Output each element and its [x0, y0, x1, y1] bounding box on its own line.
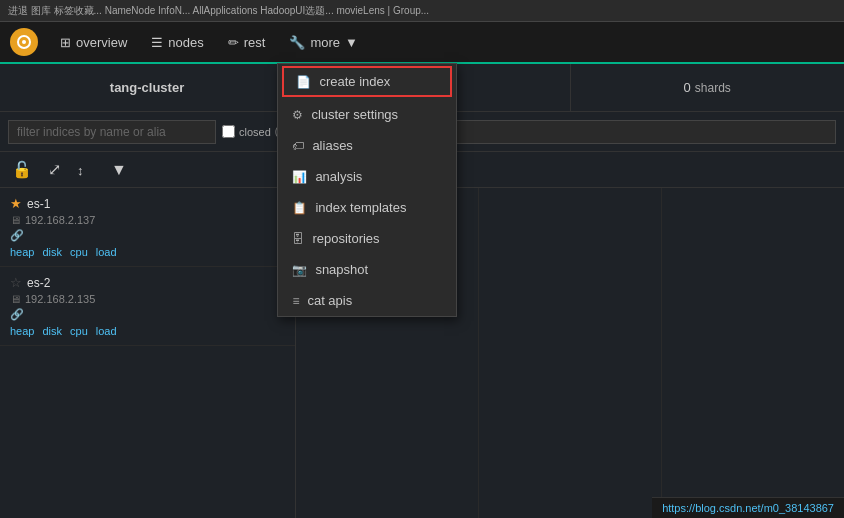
cluster-name: tang-cluster [0, 64, 295, 111]
lock-button[interactable]: 🔓 [8, 156, 36, 183]
dropdown-analysis-label: analysis [315, 169, 362, 184]
cluster-settings-icon: ⚙ [292, 108, 303, 122]
dropdown-cluster-settings-label: cluster settings [311, 107, 398, 122]
load-tag[interactable]: load [96, 246, 117, 258]
aliases-icon: 🏷 [292, 139, 304, 153]
node-list: ★ es-1 🖥 192.168.2.137 🔗 heap disk cpu l… [0, 188, 295, 518]
cat-apis-icon: ≡ [292, 294, 299, 308]
nav-more-label: more [310, 35, 340, 50]
status-bar: https://blog.csdn.net/m0_38143867 [652, 497, 844, 518]
wrench-icon: 🔧 [289, 35, 305, 50]
node-1-tags: heap disk cpu load [10, 246, 285, 258]
index-templates-icon: 📋 [292, 201, 307, 215]
nav-more[interactable]: 🔧 more ▼ 📄 create index ⚙ cluster settin… [277, 21, 370, 63]
shards-label: shards [695, 81, 731, 95]
status-url: https://blog.csdn.net/m0_38143867 [662, 502, 834, 514]
cpu-tag[interactable]: cpu [70, 246, 88, 258]
dropdown-snapshot[interactable]: 📷 snapshot [278, 254, 456, 285]
right-col-2 [479, 188, 662, 518]
star-filled-icon[interactable]: ★ [10, 196, 22, 211]
browser-bar: 进退 图库 标签收藏... NameNode InfoN... AllAppli… [0, 0, 844, 22]
dropdown-create-index[interactable]: 📄 create index [282, 66, 452, 97]
list-item: ★ es-1 🖥 192.168.2.137 🔗 heap disk cpu l… [0, 188, 295, 267]
nav-nodes-label: nodes [168, 35, 203, 50]
app-logo [10, 28, 38, 56]
dropdown-index-templates-label: index templates [315, 200, 406, 215]
node-2-ip: 192.168.2.135 [25, 293, 95, 305]
shards-count: 0 [684, 80, 691, 95]
nodes-icon: ☰ [151, 35, 163, 50]
dropdown-cluster-settings[interactable]: ⚙ cluster settings [278, 99, 456, 130]
node-2-name: es-2 [27, 276, 50, 290]
closed-checkbox[interactable] [222, 125, 235, 138]
dropdown-create-index-label: create index [319, 74, 390, 89]
hdd-icon: 🖥 [10, 214, 21, 226]
more-dropdown-menu: 📄 create index ⚙ cluster settings 🏷 alia… [277, 63, 457, 317]
right-col-3 [662, 188, 844, 518]
svg-point-1 [22, 40, 26, 44]
nav-overview[interactable]: ⊞ overview [48, 21, 139, 63]
overview-icon: ⊞ [60, 35, 71, 50]
node-2-tags: heap disk cpu load [10, 325, 285, 337]
disk-tag-2[interactable]: disk [42, 325, 62, 337]
dropdown-index-templates[interactable]: 📋 index templates [278, 192, 456, 223]
browser-tab-text: 进退 图库 标签收藏... NameNode InfoN... AllAppli… [8, 4, 429, 18]
hdd-icon-2: 🖥 [10, 293, 21, 305]
left-panel: tang-cluster closed (0) 🔓 ⤢ ↕ ▼ [0, 64, 296, 518]
network-icon: 🔗 [10, 229, 24, 242]
node-1-name: es-1 [27, 197, 50, 211]
dropdown-cat-apis[interactable]: ≡ cat apis [278, 285, 456, 316]
sort-button[interactable]: ↕ [73, 157, 99, 183]
filter-button[interactable]: ▼ [107, 157, 131, 183]
disk-tag[interactable]: disk [42, 246, 62, 258]
heap-tag-2[interactable]: heap [10, 325, 34, 337]
dropdown-aliases-label: aliases [312, 138, 352, 153]
load-tag-2[interactable]: load [96, 325, 117, 337]
list-item: ☆ es-2 🖥 192.168.2.135 🔗 heap disk cpu l… [0, 267, 295, 346]
nav-nodes[interactable]: ☰ nodes [139, 21, 215, 63]
chevron-down-icon: ▼ [345, 35, 358, 50]
navbar: ⊞ overview ☰ nodes ✏ rest 🔧 more ▼ 📄 cre… [0, 22, 844, 64]
dropdown-repositories-label: repositories [312, 231, 379, 246]
left-toolbar: 🔓 ⤢ ↕ ▼ [0, 152, 295, 188]
dropdown-snapshot-label: snapshot [315, 262, 368, 277]
nav-rest[interactable]: ✏ rest [216, 21, 278, 63]
shards-stat: 0 shards [571, 64, 845, 111]
dropdown-repositories[interactable]: 🗄 repositories [278, 223, 456, 254]
left-filter-bar: closed (0) [0, 112, 295, 152]
heap-tag[interactable]: heap [10, 246, 34, 258]
analysis-icon: 📊 [292, 170, 307, 184]
filter-indices-input[interactable] [8, 120, 216, 144]
create-index-icon: 📄 [296, 75, 311, 89]
dropdown-analysis[interactable]: 📊 analysis [278, 161, 456, 192]
node-1-ip: 192.168.2.137 [25, 214, 95, 226]
dropdown-aliases[interactable]: 🏷 aliases [278, 130, 456, 161]
svg-text:↕: ↕ [77, 163, 84, 178]
cpu-tag-2[interactable]: cpu [70, 325, 88, 337]
dropdown-cat-apis-label: cat apis [307, 293, 352, 308]
expand-button[interactable]: ⤢ [44, 156, 65, 183]
snapshot-icon: 📷 [292, 263, 307, 277]
rest-icon: ✏ [228, 35, 239, 50]
nav-rest-label: rest [244, 35, 266, 50]
closed-label: closed [239, 126, 271, 138]
network-icon-2: 🔗 [10, 308, 24, 321]
nav-overview-label: overview [76, 35, 127, 50]
stats-bar: tang-cluster [0, 64, 295, 112]
repositories-icon: 🗄 [292, 232, 304, 246]
star-empty-icon[interactable]: ☆ [10, 275, 22, 290]
